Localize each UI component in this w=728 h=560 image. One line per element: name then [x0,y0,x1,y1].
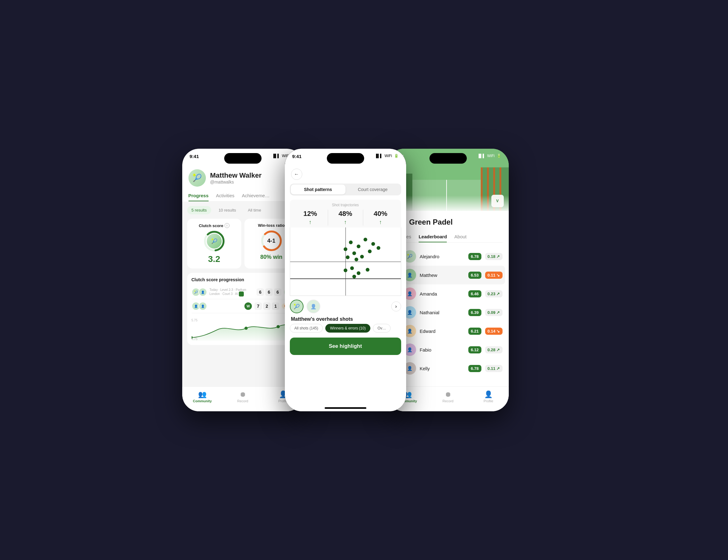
info-icon[interactable]: i [225,223,230,228]
record-icon-1: ⏺ [240,390,246,399]
shot-dot-13 [350,266,354,270]
lb-change-1: 0.18 ↗ [485,253,502,260]
dynamic-island-1 [224,153,262,164]
status-right-3: ▐▌▌ WiFi 🔋 [477,154,501,158]
clutch-title: Clutch score i [199,223,230,228]
profile-icon-3: 👤 [484,390,492,399]
traj-col-1: 12% ↑ [293,210,328,226]
svg-point-5 [277,325,280,328]
see-highlight-button[interactable]: See highlight [290,338,401,355]
tab-achievements[interactable]: Achieveme… [242,190,270,201]
traj-col-3: 40% ↑ [363,210,398,226]
nav-record-1[interactable]: ⏺ Record [223,390,263,403]
p2-tabs-row: Shot patterns Court coverage [290,184,401,195]
traj-pct-2: 48% [338,210,352,218]
lb-name-6: Kelly [420,366,464,371]
wifi-icon-3: WiFi [487,154,495,158]
back-button[interactable]: ← [291,169,302,180]
match-avatars-2: 👤 👤 [192,302,207,310]
shot-dot-14 [357,271,361,275]
lb-row-5b: 5 👤 Fabio 6.12 0.28 ↗ [394,340,502,359]
tab-about[interactable]: About [454,231,466,242]
tab-leaderboard[interactable]: Leaderboard [418,231,447,242]
score-2b: 2 [263,302,271,310]
shot-dot-3 [344,247,348,251]
wl-ratio-value: 4-1 [267,238,275,244]
filter-all-shots[interactable]: All shots (145) [290,324,323,333]
phone-2-screen: 9:41 ▐▌▌ WiFi 🔋 ← Shot patterns Court co… [285,149,406,411]
leaderboard-list: 1 🎾 Alejandro 6.78 0.18 ↗ 2 👤 Matthew 6.… [394,247,502,378]
lb-change-2: 0.11 ↘ [485,272,502,279]
shot-dot-12 [344,268,348,272]
profile-label-3: Profile [483,399,493,403]
lb-row-3: 3 👤 Amanda 6.46 0.23 ↗ [394,284,502,303]
p3-tabs: Matches Leaderboard About [394,231,502,243]
tab-shot-patterns[interactable]: Shot patterns [291,184,346,194]
lb-name-5a: Edward [420,329,464,334]
profile-info: Matthew Walker @mattwalks [210,171,262,184]
shot-dot-6 [352,251,356,255]
nav-community-1[interactable]: 👥 Community [182,390,223,403]
progression-title: Clutch score progression [192,277,294,282]
svg-point-4 [245,327,248,330]
lb-change-6: 0.11 ↗ [485,365,502,372]
score-2a: 7 [254,302,262,310]
tab-activities[interactable]: Activities [216,190,235,201]
tab-court-coverage[interactable]: Court coverage [346,184,400,194]
profile-row: 🎾 Matthew Walker @mattwalks E [189,169,297,187]
lb-name-3: Amanda [420,291,464,296]
community-label-1: Community [193,399,212,403]
match-meta-1: Today · Level 2-3 · Padium London · Cour… [210,288,254,296]
clutch-avatar: 🎾 [207,234,222,249]
filter-10-results[interactable]: 10 results [214,206,240,214]
status-right-2: ▐▌▌ WiFi 🔋 [375,154,399,158]
filter-5-results[interactable]: 5 results [187,206,211,214]
tab-progress[interactable]: Progress [189,190,209,201]
status-time-2: 9:41 [292,154,302,159]
filter-all-time[interactable]: All time [244,206,266,214]
nav-profile-3[interactable]: 👤 Profile [468,390,509,403]
signal-icon-3: ▐▌▌ [477,154,485,158]
venue-logo: V [491,195,504,207]
shot-dot-9 [346,255,350,259]
nav-record-3[interactable]: ⏺ Record [428,390,468,403]
chart-label-475: 4.75 [192,337,198,341]
shot-dot-5 [371,242,375,246]
traj-col-2: 48% ↑ [328,210,363,226]
court-center-line [346,227,346,296]
shot-dot-11 [355,258,358,261]
trajectories-section: Shot trajectories 12% ↑ 48% ↑ 40% ↑ [290,200,401,227]
p2-header: ← [285,166,406,180]
lb-name-5b: Fabio [420,347,464,352]
username: @mattwalks [210,180,262,184]
traj-pct-1: 12% [303,210,317,218]
lb-row-6: 6 👤 Kelly 6.78 0.11 ↗ [394,359,502,378]
chart-label-575: 5.75 [192,319,198,322]
match-avatar-1b: 👤 [198,288,207,296]
player-sel-2[interactable]: 👤 [307,300,320,313]
score-1a: 6 [257,288,264,296]
signal-icon-2: ▐▌▌ [375,154,383,158]
player-sel-1[interactable]: 🎾 [290,300,304,313]
shots-filters: All shots (145) Winners & errors (10) Ov… [285,324,406,336]
traj-arrow-3: ↑ [379,219,382,226]
status-time-1: 9:41 [190,154,199,159]
shot-dot-7 [368,250,371,253]
profile-tabs: Progress Activities Achieveme… [189,190,297,202]
shot-dot-1 [349,240,353,244]
score-nums-1: 6 6 6 [257,288,282,296]
win-pct-value: 80% win [260,254,282,260]
lb-score-4: 6.39 [468,309,481,316]
next-player-button[interactable]: › [391,301,401,311]
match-avatar-2b: 👤 [198,302,207,310]
dynamic-island-3 [429,153,467,164]
lb-change-5a: 0.14 ↘ [485,328,502,335]
filter-overheads[interactable]: Ov… [373,324,390,333]
match-row-1: 🎾 👤 Today · Level 2-3 · Padium London · … [192,285,294,299]
clutch-score-card: Clutch score i 🎾 3.2 [187,219,241,268]
home-indicator-2 [325,407,366,409]
wifi-icon-2: WiFi [385,154,392,158]
score-1b: 6 [265,288,273,296]
p2-content: ← Shot patterns Court coverage Shot traj… [285,166,406,411]
filter-winners-errors[interactable]: Winners & errors (10) [325,324,370,333]
